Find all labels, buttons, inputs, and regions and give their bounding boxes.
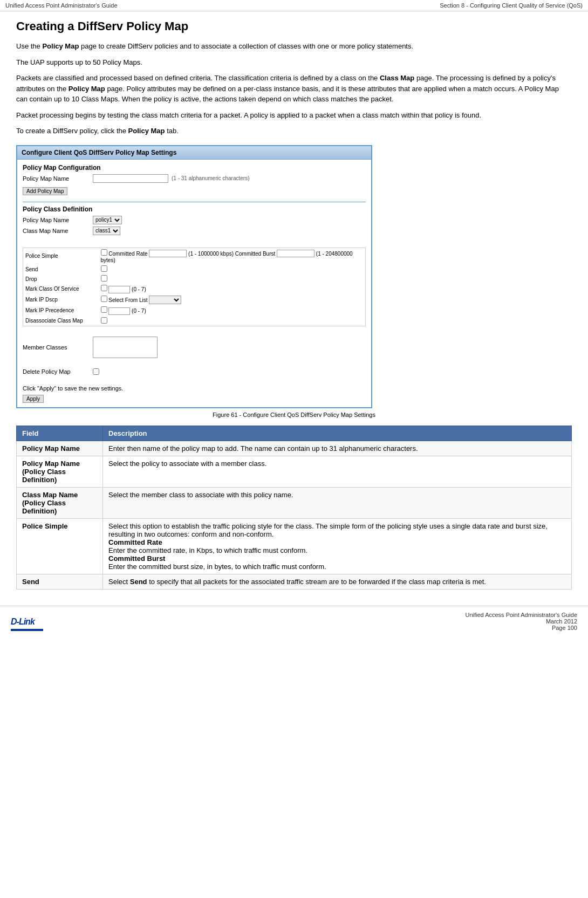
table-cell-description: Select this option to establish the traf… (103, 518, 572, 574)
committed-rate-hint: (1 - 1000000 kbps) (188, 251, 235, 257)
member-classes-textarea[interactable] (93, 337, 158, 358)
config-box-title: Configure Client QoS DiffServ Policy Map… (17, 146, 371, 160)
mark-ip-prec-row: Mark IP Precedence (0 - 7) (23, 305, 366, 316)
committed-rate-input[interactable] (149, 250, 187, 257)
mark-cos-range: (0 - 7) (132, 286, 146, 292)
policy-map-name2-label: Policy Map Name (23, 217, 93, 223)
table-cell-field: Send (17, 574, 103, 589)
disassociate-checkbox[interactable] (101, 317, 107, 324)
policy-map-name2-select[interactable]: policy1 (93, 216, 122, 224)
class-map-name-row: Class Map Name class1 (23, 227, 366, 235)
body-para-3: Packets are classified and processed bas… (16, 73, 572, 105)
disassociate-row: Disassociate Class Map (23, 316, 366, 326)
config-box: Configure Client QoS DiffServ Policy Map… (16, 145, 372, 408)
divider (23, 202, 366, 202)
dlink-logo: D-Link (11, 614, 43, 631)
page-title: Creating a DiffServ Policy Map (16, 19, 572, 33)
header-bar: Unified Access Point Administrator's Gui… (0, 0, 588, 11)
delete-policy-row: Delete Policy Map (23, 368, 366, 375)
police-simple-row: Police Simple Committed Rate (1 - 100000… (23, 248, 366, 264)
table-cell-field: Policy Map Name (Policy Class Definition… (17, 456, 103, 487)
drop-checkbox[interactable] (101, 275, 107, 282)
send-label: Send (23, 264, 99, 274)
mark-dscp-row: Mark IP Dscp Select From List (23, 294, 366, 306)
drop-label: Drop (23, 274, 99, 284)
police-simple-label: Police Simple (23, 248, 99, 264)
policy-map-name-hint: (1 - 31 alphanumeric characters) (172, 175, 250, 181)
main-content: Creating a DiffServ Policy Map Use the P… (0, 11, 588, 595)
table-cell-description: Select the member class to associate wit… (103, 487, 572, 518)
drop-controls (99, 274, 366, 284)
select-from-list-label: Select From List (108, 297, 147, 303)
member-classes-row: Member Classes (23, 337, 366, 358)
table-row: Police SimpleSelect this option to estab… (17, 518, 572, 574)
table-cell-field: Class Map Name (Policy Class Definition) (17, 487, 103, 518)
policy-map-name-input[interactable] (93, 174, 168, 183)
add-policy-button[interactable]: Add Policy Map (23, 187, 67, 195)
police-simple-controls: Committed Rate (1 - 1000000 kbps) Commit… (99, 248, 366, 264)
table-cell-description: Select the policy to associate with a me… (103, 456, 572, 487)
header-left: Unified Access Point Administrator's Gui… (5, 2, 118, 9)
mark-cos-checkbox[interactable] (101, 285, 107, 291)
table-row: SendSelect Send to specify that all pack… (17, 574, 572, 589)
mark-cos-row: Mark Class Of Service (0 - 7) (23, 284, 366, 294)
policy-class-def-label: Policy Class Definition (23, 205, 366, 213)
police-simple-checkbox[interactable] (101, 249, 107, 256)
mark-dscp-label: Mark IP Dscp (23, 294, 99, 306)
body-para-5: To create a DiffServ policy, click the P… (16, 126, 572, 136)
policy-map-name-row: Policy Map Name (1 - 31 alphanumeric cha… (23, 174, 366, 183)
committed-burst-label: Committed Burst (235, 251, 277, 257)
disassociate-controls (99, 316, 366, 326)
mark-ip-prec-checkbox[interactable] (101, 306, 107, 313)
mark-cos-label: Mark Class Of Service (23, 284, 99, 294)
send-checkbox[interactable] (101, 265, 107, 272)
send-row: Send (23, 264, 366, 274)
config-box-inner: Policy Map Configuration Policy Map Name… (17, 160, 371, 407)
committed-rate-label: Committed Rate (108, 251, 149, 257)
add-policy-btn-row: Add Policy Map (23, 185, 366, 198)
col-field-header: Field (17, 426, 103, 441)
table-row: Policy Map Name (Policy Class Definition… (17, 456, 572, 487)
footer-guide-name: Unified Access Point Administrator's Gui… (465, 612, 577, 618)
class-map-name-label: Class Map Name (23, 228, 93, 234)
mark-dscp-controls: Select From List (99, 294, 366, 306)
send-controls (99, 264, 366, 274)
figure-caption: Figure 61 - Configure Client QoS DiffSer… (16, 412, 572, 418)
class-map-name-select[interactable]: class1 (93, 227, 120, 235)
body-para-4: Packet processing begins by testing the … (16, 110, 572, 121)
body-para-1: Use the Policy Map page to create DiffSe… (16, 41, 572, 52)
body-para-2: The UAP supports up to 50 Policy Maps. (16, 57, 572, 68)
table-cell-description: Select Send to specify that all packets … (103, 574, 572, 589)
table-cell-field: Policy Map Name (17, 441, 103, 456)
apply-button[interactable]: Apply (23, 395, 44, 403)
delete-policy-label: Delete Policy Map (23, 368, 93, 375)
committed-burst-input[interactable] (277, 250, 314, 257)
col-description-header: Description (103, 426, 572, 441)
table-cell-description: Enter then name of the policy map to add… (103, 441, 572, 456)
mark-cos-input[interactable] (108, 286, 130, 293)
disassociate-label: Disassociate Class Map (23, 316, 99, 326)
member-classes-label: Member Classes (23, 344, 93, 351)
mark-dscp-checkbox[interactable] (101, 296, 107, 302)
police-options-table: Police Simple Committed Rate (1 - 100000… (23, 248, 366, 326)
dscp-select[interactable] (149, 296, 181, 304)
mark-cos-controls: (0 - 7) (99, 284, 366, 294)
footer-right: Unified Access Point Administrator's Gui… (465, 612, 577, 631)
header-right: Section 8 - Configuring Client Quality o… (440, 2, 583, 9)
policy-map-name-label: Policy Map Name (23, 175, 93, 182)
table-cell-field: Police Simple (17, 518, 103, 574)
delete-policy-checkbox[interactable] (93, 368, 99, 375)
table-row: Policy Map NameEnter then name of the po… (17, 441, 572, 456)
table-row: Class Map Name (Policy Class Definition)… (17, 487, 572, 518)
policy-map-name2-row: Policy Map Name policy1 (23, 216, 366, 224)
mark-ip-prec-controls: (0 - 7) (99, 305, 366, 316)
mark-ip-prec-input[interactable] (108, 307, 130, 315)
mark-ip-prec-range: (0 - 7) (132, 308, 146, 314)
click-apply-text: Click "Apply" to save the new settings. (23, 385, 366, 392)
footer-page: Page 100 (465, 625, 577, 631)
footer: D-Link Unified Access Point Administrato… (0, 606, 588, 636)
mark-ip-prec-label: Mark IP Precedence (23, 305, 99, 316)
policy-map-config-label: Policy Map Configuration (23, 164, 366, 172)
footer-date: March 2012 (465, 618, 577, 625)
drop-row: Drop (23, 274, 366, 284)
